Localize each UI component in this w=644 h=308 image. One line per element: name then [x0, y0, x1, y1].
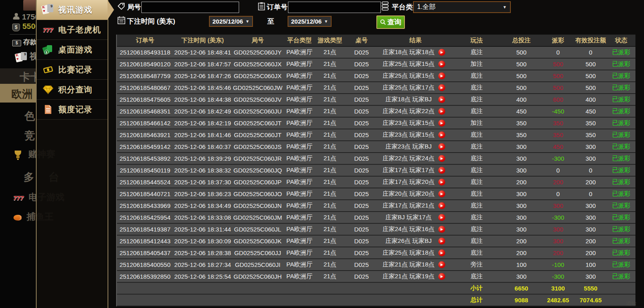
date-from-select[interactable]: 2025/12/06▼: [209, 16, 253, 27]
cell-valid: 200: [574, 236, 607, 247]
sidebar-item-deposit[interactable]: $ 存款: [12, 37, 37, 47]
table-row: 2512061853928502025-12-06 18:25:54GD0252…: [117, 271, 635, 283]
cell-play_type: 底注: [452, 153, 501, 164]
replay-button[interactable]: ▶: [438, 179, 445, 186]
replay-button[interactable]: ▶: [438, 96, 445, 103]
menu-item-table-games[interactable]: $ 桌面游戏: [37, 40, 108, 60]
svg-text:$: $: [46, 51, 47, 54]
grand-total-label: 总计: [452, 295, 501, 306]
cell-result: 庄家26点 玩家BJ▶: [379, 236, 452, 247]
replay-button[interactable]: ▶: [438, 261, 445, 268]
result-text: 庄家17点 玩家21点: [379, 202, 438, 210]
col-order-id: 订单号: [117, 35, 173, 46]
cell-round: GD02525C060JU: [232, 106, 283, 117]
platform-select[interactable]: 1.全部 ▼: [413, 1, 511, 13]
replay-button[interactable]: ▶: [438, 190, 445, 197]
replay-button[interactable]: ▶: [438, 155, 445, 162]
cell-bet: 350: [501, 129, 542, 140]
replay-button[interactable]: ▶: [438, 84, 445, 91]
cell-platform: PA欧洲厅: [283, 224, 316, 235]
cell-bet: 500: [501, 70, 542, 81]
menu-item-video-games[interactable]: K♥9 视讯游戏: [37, 0, 108, 20]
cell-time: 2025-12-06 18:40:37: [173, 141, 232, 152]
cell-bet: 350: [501, 118, 542, 129]
app-window: 1756 $5500 $ 存款 K♥9 视 卡卡 欧洲 色 竞 赌神赛 多 台 …: [0, 0, 644, 308]
subtotal-row: 小计 6650 3100 5550: [117, 283, 635, 295]
col-round: 局号: [232, 35, 283, 46]
round-label: 局号: [127, 2, 141, 12]
cell-game: 21点: [316, 212, 344, 223]
cell-table: D025: [344, 200, 379, 211]
order-input[interactable]: [288, 2, 381, 13]
game-menu-overlay: K♥9 视讯游戏 777 电子老虎机 $ 桌面游戏 比赛记录 积分查询: [36, 0, 108, 308]
cell-id: 251206185392850: [117, 271, 173, 282]
cell-id: 251206185453892: [117, 153, 173, 164]
cell-time: 2025-12-06 18:27:34: [173, 259, 232, 270]
col-valid-bet: 有效投注额: [574, 35, 607, 46]
cell-game: 21点: [316, 165, 344, 176]
cell-bet: 300: [501, 153, 542, 164]
cell-payout: 600: [542, 94, 574, 105]
menu-item-slots[interactable]: 777 电子老虎机: [37, 20, 108, 40]
subtotal-valid: 5550: [574, 283, 607, 294]
cell-game: 21点: [316, 118, 344, 129]
replay-button[interactable]: ▶: [438, 143, 445, 150]
cell-table: D025: [344, 224, 379, 235]
menu-item-match-records[interactable]: 比赛记录: [37, 60, 108, 80]
cell-status: 已派彩: [607, 70, 635, 81]
col-play-type: 玩法: [452, 35, 501, 46]
sidebar-item-se[interactable]: 色: [24, 109, 35, 123]
platform-icon: [381, 1, 390, 11]
date-to-select[interactable]: 2025/12/06▼: [288, 16, 332, 27]
date-from-value: 2025/12/06: [213, 18, 243, 25]
result-text: 庄家20点 玩家20点: [379, 190, 438, 198]
cell-platform: PA欧洲厅: [283, 165, 316, 176]
cell-game: 21点: [316, 153, 344, 164]
table-row: 2512061854639212025-12-06 18:41:46GD0252…: [117, 129, 635, 141]
replay-button[interactable]: ▶: [438, 273, 445, 280]
diamond-icon: [42, 84, 54, 95]
col-payout: 派彩: [542, 35, 574, 46]
replay-button[interactable]: ▶: [438, 226, 445, 233]
round-input[interactable]: [141, 2, 239, 13]
sidebar-item-jing[interactable]: 竞: [24, 129, 35, 143]
cell-table: D025: [344, 94, 379, 105]
replay-button[interactable]: ▶: [438, 167, 445, 174]
sidebar-item-video[interactable]: K♥9 视: [15, 52, 38, 66]
cell-time: 2025-12-06 18:41:46: [173, 129, 232, 140]
menu-item-points-query[interactable]: 积分查询: [37, 80, 108, 100]
replay-button[interactable]: ▶: [438, 61, 445, 68]
replay-button[interactable]: ▶: [438, 72, 445, 79]
cell-valid: 300: [574, 224, 607, 235]
cell-platform: PA欧洲厅: [283, 129, 316, 140]
cell-result: 庄家24点 玩家16点▶: [379, 224, 452, 235]
cell-id: 251206185459142: [117, 141, 173, 152]
replay-button[interactable]: ▶: [438, 108, 445, 115]
cell-time: 2025-12-06 18:37:30: [173, 177, 232, 188]
cell-platform: PA欧洲厅: [283, 118, 316, 129]
cell-play_type: 底注: [452, 271, 501, 282]
col-result: 结果: [379, 35, 452, 46]
table-row: 2512061854054372025-12-06 18:28:38GD0252…: [117, 247, 635, 259]
replay-button[interactable]: ▶: [438, 131, 445, 138]
sidebar-item-europe[interactable]: 欧洲: [11, 87, 33, 101]
cell-payout: 350: [542, 129, 574, 140]
replay-button[interactable]: ▶: [438, 238, 445, 245]
replay-button[interactable]: ▶: [438, 249, 445, 256]
cell-result: 庄家21点 玩家18点▶: [379, 259, 452, 270]
replay-button[interactable]: ▶: [438, 49, 445, 56]
cell-result: 庄家25点 玩家17点▶: [379, 82, 452, 93]
replay-button[interactable]: ▶: [438, 214, 445, 221]
cell-table: D025: [344, 212, 379, 223]
search-button[interactable]: 查询: [376, 15, 405, 29]
replay-button[interactable]: ▶: [438, 120, 445, 127]
menu-item-credit-records[interactable]: 额度记录: [37, 100, 108, 120]
cell-game: 21点: [316, 70, 344, 81]
replay-button[interactable]: ▶: [438, 202, 445, 209]
cell-platform: PA欧洲厅: [283, 259, 316, 270]
cell-platform: PA欧洲厅: [283, 70, 316, 81]
cell-game: 21点: [316, 141, 344, 152]
chevron-down-icon: ▼: [246, 19, 250, 24]
cell-time: 2025-12-06 18:39:29: [173, 153, 232, 164]
cell-id: 251206185463921: [117, 129, 173, 140]
